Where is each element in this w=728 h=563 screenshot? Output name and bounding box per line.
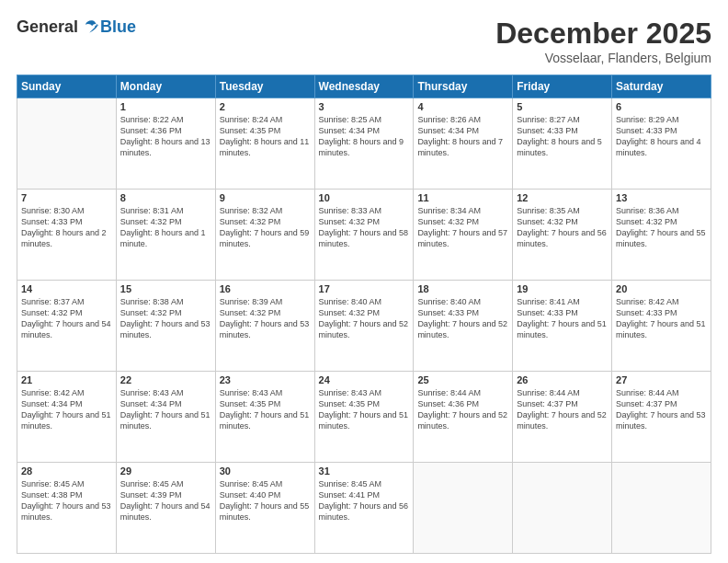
day-info: Sunrise: 8:25 AMSunset: 4:34 PMDaylight:… bbox=[319, 114, 410, 159]
day-number: 24 bbox=[319, 374, 410, 385]
title-block: December 2025 Vosselaar, Flanders, Belgi… bbox=[495, 17, 711, 65]
day-info: Sunrise: 8:45 AMSunset: 4:39 PMDaylight:… bbox=[120, 478, 211, 523]
day-number: 12 bbox=[517, 192, 608, 203]
calendar-cell: 18Sunrise: 8:40 AMSunset: 4:33 PMDayligh… bbox=[414, 281, 513, 372]
calendar-cell: 15Sunrise: 8:38 AMSunset: 4:32 PMDayligh… bbox=[116, 281, 215, 372]
calendar-week-row: 14Sunrise: 8:37 AMSunset: 4:32 PMDayligh… bbox=[17, 281, 711, 372]
day-info: Sunrise: 8:37 AMSunset: 4:32 PMDaylight:… bbox=[21, 296, 112, 341]
calendar-week-row: 1Sunrise: 8:22 AMSunset: 4:36 PMDaylight… bbox=[17, 98, 711, 190]
calendar-cell: 10Sunrise: 8:33 AMSunset: 4:32 PMDayligh… bbox=[314, 190, 414, 281]
calendar-cell: 28Sunrise: 8:45 AMSunset: 4:38 PMDayligh… bbox=[17, 463, 117, 554]
day-number: 26 bbox=[517, 374, 608, 385]
calendar-cell: 17Sunrise: 8:40 AMSunset: 4:32 PMDayligh… bbox=[314, 281, 414, 372]
day-info: Sunrise: 8:39 AMSunset: 4:32 PMDaylight:… bbox=[220, 296, 311, 341]
day-number: 27 bbox=[616, 374, 707, 385]
calendar-cell: 9Sunrise: 8:32 AMSunset: 4:32 PMDaylight… bbox=[215, 190, 314, 281]
day-number: 5 bbox=[517, 101, 608, 112]
calendar-cell: 30Sunrise: 8:45 AMSunset: 4:40 PMDayligh… bbox=[215, 463, 314, 554]
day-info: Sunrise: 8:43 AMSunset: 4:35 PMDaylight:… bbox=[319, 387, 410, 432]
day-info: Sunrise: 8:35 AMSunset: 4:32 PMDaylight:… bbox=[517, 205, 608, 250]
day-number: 28 bbox=[21, 465, 112, 477]
day-number: 9 bbox=[220, 192, 311, 203]
calendar-cell: 8Sunrise: 8:31 AMSunset: 4:32 PMDaylight… bbox=[116, 190, 215, 281]
day-number: 22 bbox=[120, 374, 211, 385]
calendar-cell: 6Sunrise: 8:29 AMSunset: 4:33 PMDaylight… bbox=[612, 98, 711, 190]
calendar-cell: 2Sunrise: 8:24 AMSunset: 4:35 PMDaylight… bbox=[215, 98, 314, 190]
day-info: Sunrise: 8:42 AMSunset: 4:33 PMDaylight:… bbox=[616, 296, 707, 341]
day-number: 21 bbox=[21, 374, 112, 385]
day-info: Sunrise: 8:30 AMSunset: 4:33 PMDaylight:… bbox=[21, 205, 112, 250]
calendar-cell bbox=[513, 463, 612, 554]
calendar-cell: 4Sunrise: 8:26 AMSunset: 4:34 PMDaylight… bbox=[414, 98, 513, 190]
calendar-cell: 21Sunrise: 8:42 AMSunset: 4:34 PMDayligh… bbox=[17, 372, 117, 463]
day-number: 14 bbox=[21, 283, 112, 294]
calendar-cell: 23Sunrise: 8:43 AMSunset: 4:35 PMDayligh… bbox=[215, 372, 314, 463]
weekday-header-tuesday: Tuesday bbox=[215, 75, 314, 98]
calendar-cell: 20Sunrise: 8:42 AMSunset: 4:33 PMDayligh… bbox=[612, 281, 711, 372]
calendar-cell: 5Sunrise: 8:27 AMSunset: 4:33 PMDaylight… bbox=[513, 98, 612, 190]
calendar-cell: 19Sunrise: 8:41 AMSunset: 4:33 PMDayligh… bbox=[513, 281, 612, 372]
calendar-cell: 16Sunrise: 8:39 AMSunset: 4:32 PMDayligh… bbox=[215, 281, 314, 372]
day-info: Sunrise: 8:41 AMSunset: 4:33 PMDaylight:… bbox=[517, 296, 608, 341]
day-number: 19 bbox=[517, 283, 608, 294]
calendar-table: SundayMondayTuesdayWednesdayThursdayFrid… bbox=[17, 75, 711, 554]
month-title: December 2025 bbox=[495, 17, 711, 51]
day-info: Sunrise: 8:42 AMSunset: 4:34 PMDaylight:… bbox=[21, 387, 112, 432]
calendar-cell bbox=[414, 463, 513, 554]
day-info: Sunrise: 8:43 AMSunset: 4:34 PMDaylight:… bbox=[120, 387, 211, 432]
calendar-header-row: SundayMondayTuesdayWednesdayThursdayFrid… bbox=[17, 75, 711, 98]
day-number: 15 bbox=[120, 283, 211, 294]
day-number: 7 bbox=[21, 192, 112, 203]
calendar-cell: 7Sunrise: 8:30 AMSunset: 4:33 PMDaylight… bbox=[17, 190, 117, 281]
day-number: 30 bbox=[220, 465, 311, 477]
logo: General Blue bbox=[17, 17, 136, 37]
calendar-cell: 29Sunrise: 8:45 AMSunset: 4:39 PMDayligh… bbox=[116, 463, 215, 554]
day-info: Sunrise: 8:44 AMSunset: 4:37 PMDaylight:… bbox=[616, 387, 707, 432]
calendar-cell bbox=[612, 463, 711, 554]
calendar-cell bbox=[17, 98, 117, 190]
calendar-cell: 1Sunrise: 8:22 AMSunset: 4:36 PMDaylight… bbox=[116, 98, 215, 190]
day-info: Sunrise: 8:44 AMSunset: 4:36 PMDaylight:… bbox=[417, 387, 508, 432]
page: General Blue December 2025 Vosselaar, Fl… bbox=[0, 0, 728, 563]
day-info: Sunrise: 8:43 AMSunset: 4:35 PMDaylight:… bbox=[220, 387, 311, 432]
calendar-cell: 13Sunrise: 8:36 AMSunset: 4:32 PMDayligh… bbox=[612, 190, 711, 281]
logo-general-text: General bbox=[17, 17, 78, 37]
day-number: 16 bbox=[220, 283, 311, 294]
day-number: 29 bbox=[120, 465, 211, 477]
day-info: Sunrise: 8:38 AMSunset: 4:32 PMDaylight:… bbox=[120, 296, 211, 341]
calendar-week-row: 21Sunrise: 8:42 AMSunset: 4:34 PMDayligh… bbox=[17, 372, 711, 463]
day-info: Sunrise: 8:26 AMSunset: 4:34 PMDaylight:… bbox=[417, 114, 508, 159]
calendar-cell: 27Sunrise: 8:44 AMSunset: 4:37 PMDayligh… bbox=[612, 372, 711, 463]
logo-blue-text: Blue bbox=[100, 17, 136, 37]
weekday-header-monday: Monday bbox=[116, 75, 215, 98]
day-number: 31 bbox=[319, 465, 410, 477]
weekday-header-friday: Friday bbox=[513, 75, 612, 98]
day-info: Sunrise: 8:24 AMSunset: 4:35 PMDaylight:… bbox=[220, 114, 311, 159]
calendar-cell: 12Sunrise: 8:35 AMSunset: 4:32 PMDayligh… bbox=[513, 190, 612, 281]
day-info: Sunrise: 8:32 AMSunset: 4:32 PMDaylight:… bbox=[220, 205, 311, 250]
calendar-cell: 22Sunrise: 8:43 AMSunset: 4:34 PMDayligh… bbox=[116, 372, 215, 463]
day-info: Sunrise: 8:33 AMSunset: 4:32 PMDaylight:… bbox=[319, 205, 410, 250]
day-number: 17 bbox=[319, 283, 410, 294]
day-number: 2 bbox=[220, 101, 311, 112]
calendar-cell: 31Sunrise: 8:45 AMSunset: 4:41 PMDayligh… bbox=[314, 463, 414, 554]
day-info: Sunrise: 8:34 AMSunset: 4:32 PMDaylight:… bbox=[417, 205, 508, 250]
day-number: 11 bbox=[417, 192, 508, 203]
calendar-cell: 3Sunrise: 8:25 AMSunset: 4:34 PMDaylight… bbox=[314, 98, 414, 190]
calendar-week-row: 28Sunrise: 8:45 AMSunset: 4:38 PMDayligh… bbox=[17, 463, 711, 554]
day-info: Sunrise: 8:45 AMSunset: 4:40 PMDaylight:… bbox=[220, 478, 311, 523]
day-info: Sunrise: 8:45 AMSunset: 4:38 PMDaylight:… bbox=[21, 478, 112, 523]
day-number: 25 bbox=[417, 374, 508, 385]
day-number: 20 bbox=[616, 283, 707, 294]
day-info: Sunrise: 8:40 AMSunset: 4:33 PMDaylight:… bbox=[417, 296, 508, 341]
day-number: 10 bbox=[319, 192, 410, 203]
day-info: Sunrise: 8:29 AMSunset: 4:33 PMDaylight:… bbox=[616, 114, 707, 159]
day-info: Sunrise: 8:31 AMSunset: 4:32 PMDaylight:… bbox=[120, 205, 211, 250]
header: General Blue December 2025 Vosselaar, Fl… bbox=[17, 17, 711, 65]
day-number: 13 bbox=[616, 192, 707, 203]
calendar-cell: 14Sunrise: 8:37 AMSunset: 4:32 PMDayligh… bbox=[17, 281, 117, 372]
day-number: 23 bbox=[220, 374, 311, 385]
calendar-cell: 24Sunrise: 8:43 AMSunset: 4:35 PMDayligh… bbox=[314, 372, 414, 463]
day-info: Sunrise: 8:22 AMSunset: 4:36 PMDaylight:… bbox=[120, 114, 211, 159]
location-title: Vosselaar, Flanders, Belgium bbox=[495, 51, 711, 65]
